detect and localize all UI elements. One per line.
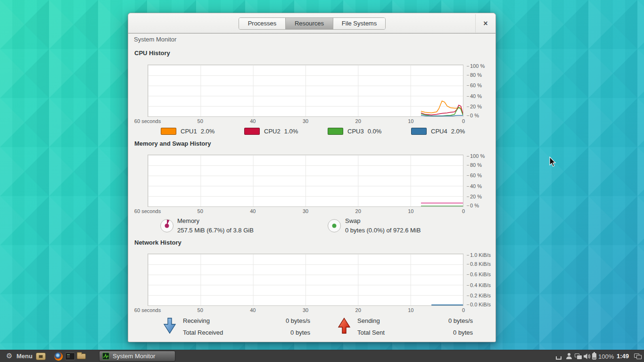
user-icon[interactable] bbox=[568, 353, 570, 356]
battery-percent: 100% bbox=[598, 353, 614, 360]
window-title-label: System Monitor bbox=[134, 36, 176, 43]
system-monitor-icon bbox=[102, 353, 109, 360]
sending-arrow-icon bbox=[338, 318, 351, 334]
cpu4-label: CPU4 bbox=[431, 128, 447, 135]
y-tick: 0.0 KiB/s bbox=[470, 302, 491, 307]
cpu-history-title: CPU History bbox=[134, 49, 170, 57]
y-tick: 0.4 KiB/s bbox=[470, 282, 491, 288]
tab-resources[interactable]: Resources bbox=[286, 18, 333, 29]
cpu1-swatch bbox=[161, 128, 176, 135]
receiving-label: Receiving bbox=[183, 317, 210, 325]
swap-pie-icon bbox=[328, 219, 341, 232]
screenshot-tool-icon[interactable] bbox=[36, 353, 46, 360]
menu-button[interactable]: Menu bbox=[17, 353, 33, 360]
y-tick: 60 % bbox=[470, 173, 482, 178]
battery-icon[interactable] bbox=[592, 353, 596, 360]
x-tick: 60 seconds bbox=[134, 118, 161, 124]
x-tick: 10 bbox=[408, 118, 413, 124]
mouse-cursor bbox=[549, 156, 557, 168]
x-tick: 30 bbox=[303, 208, 308, 214]
x-tick: 60 seconds bbox=[134, 208, 161, 214]
cpu4-swatch bbox=[411, 128, 427, 135]
x-tick: 50 bbox=[198, 118, 203, 124]
x-tick: 60 seconds bbox=[134, 307, 161, 313]
tab-processes[interactable]: Processes bbox=[239, 18, 286, 29]
minimize-all-icon[interactable] bbox=[556, 356, 561, 360]
total-sent-label: Total Sent bbox=[357, 329, 385, 337]
y-tick: 60 % bbox=[470, 82, 482, 88]
cpu2-swatch bbox=[244, 128, 260, 135]
y-tick: 0 % bbox=[470, 203, 479, 208]
network-y-axis: 1.0 KiB/s 0.8 KiB/s 0.6 KiB/s 0.4 KiB/s … bbox=[466, 254, 496, 306]
memory-value: 257.5 MiB (6.7%) of 3.8 GiB bbox=[177, 227, 254, 234]
memory-pie-dot bbox=[165, 224, 169, 228]
window-header: Processes Resources File Systems × bbox=[128, 13, 495, 33]
cpu3-label: CPU3 bbox=[347, 128, 364, 135]
x-tick: 30 bbox=[303, 307, 308, 313]
close-icon[interactable]: × bbox=[479, 17, 492, 30]
x-tick: 20 bbox=[355, 208, 361, 214]
y-tick: 1.0 KiB/s bbox=[470, 252, 491, 258]
x-tick: 30 bbox=[303, 118, 308, 124]
memory-y-axis: 100 % 80 % 60 % 40 % 20 % 0 % bbox=[466, 155, 496, 207]
menu-gear-icon[interactable]: ⚙ bbox=[6, 352, 12, 360]
firefox-icon[interactable] bbox=[54, 352, 63, 361]
sending-value: 0 bytes/s bbox=[388, 317, 473, 325]
y-tick: 80 % bbox=[470, 162, 482, 168]
cpu1-legend: CPU1 2.0% bbox=[161, 127, 215, 135]
memory-x-axis: 60 seconds 50 40 30 20 10 0 bbox=[148, 208, 463, 214]
clock[interactable]: 1:49 bbox=[617, 353, 629, 360]
cpu2-value: 1.0% bbox=[284, 128, 298, 135]
network-history-title: Network History bbox=[134, 239, 182, 246]
receiving-arrow-icon bbox=[163, 318, 176, 334]
y-tick: 0 % bbox=[470, 113, 479, 118]
x-tick: 50 bbox=[198, 307, 203, 313]
x-tick: 20 bbox=[355, 307, 361, 313]
tab-file-systems[interactable]: File Systems bbox=[333, 18, 385, 29]
memory-swap-chart bbox=[148, 155, 463, 207]
x-tick: 10 bbox=[408, 307, 413, 313]
cpu1-label: CPU1 bbox=[181, 128, 197, 135]
x-tick: 10 bbox=[408, 208, 413, 214]
total-received-label: Total Received bbox=[183, 329, 223, 337]
total-received-value: 0 bytes bbox=[225, 329, 310, 337]
network-x-axis: 60 seconds 50 40 30 20 10 0 bbox=[148, 307, 463, 313]
x-tick: 0 bbox=[462, 208, 465, 214]
terminal-icon[interactable] bbox=[65, 353, 75, 360]
memory-label: Memory bbox=[177, 217, 199, 224]
x-tick: 0 bbox=[462, 307, 465, 313]
y-tick: 100 % bbox=[470, 153, 485, 159]
swap-value: 0 bytes (0.0%) of 972.6 MiB bbox=[345, 227, 421, 234]
memory-pie-icon bbox=[160, 219, 173, 232]
cpu1-value: 2.0% bbox=[201, 128, 215, 135]
sending-label: Sending bbox=[357, 317, 380, 325]
system-monitor-window: Processes Resources File Systems × Syste… bbox=[128, 13, 496, 342]
user-icon-body bbox=[566, 356, 572, 359]
y-tick: 40 % bbox=[470, 93, 482, 99]
cpu-x-axis: 60 seconds 50 40 30 20 10 0 bbox=[148, 118, 463, 124]
y-tick: 20 % bbox=[470, 194, 482, 199]
file-manager-icon[interactable] bbox=[77, 354, 86, 359]
x-tick: 40 bbox=[250, 208, 256, 214]
tab-group: Processes Resources File Systems bbox=[239, 17, 386, 30]
header-separator bbox=[475, 14, 476, 33]
swap-pie-dot bbox=[332, 224, 337, 228]
y-tick: 100 % bbox=[470, 63, 485, 69]
y-tick: 0.2 KiB/s bbox=[470, 293, 491, 298]
cpu3-value: 0.0% bbox=[368, 128, 382, 135]
swap-label: Swap bbox=[345, 217, 361, 224]
x-tick: 20 bbox=[355, 118, 361, 124]
taskbar-system-monitor-button[interactable]: System Monitor bbox=[99, 351, 175, 362]
y-tick: 40 % bbox=[470, 183, 482, 189]
taskbar: ⚙ Menu System Monitor 100% 1:49 bbox=[0, 350, 644, 362]
cpu2-legend: CPU2 1.0% bbox=[244, 127, 298, 135]
workspace-switcher-icon-front bbox=[636, 355, 642, 359]
network-history-chart bbox=[148, 254, 463, 306]
cpu4-legend: CPU4 2.0% bbox=[411, 127, 465, 135]
volume-icon[interactable] bbox=[583, 353, 591, 360]
x-tick: 0 bbox=[462, 118, 465, 124]
y-tick: 0.8 KiB/s bbox=[470, 261, 491, 267]
cpu-y-axis: 100 % 80 % 60 % 40 % 20 % 0 % bbox=[466, 65, 496, 117]
y-tick: 80 % bbox=[470, 72, 482, 78]
x-tick: 40 bbox=[250, 118, 256, 124]
